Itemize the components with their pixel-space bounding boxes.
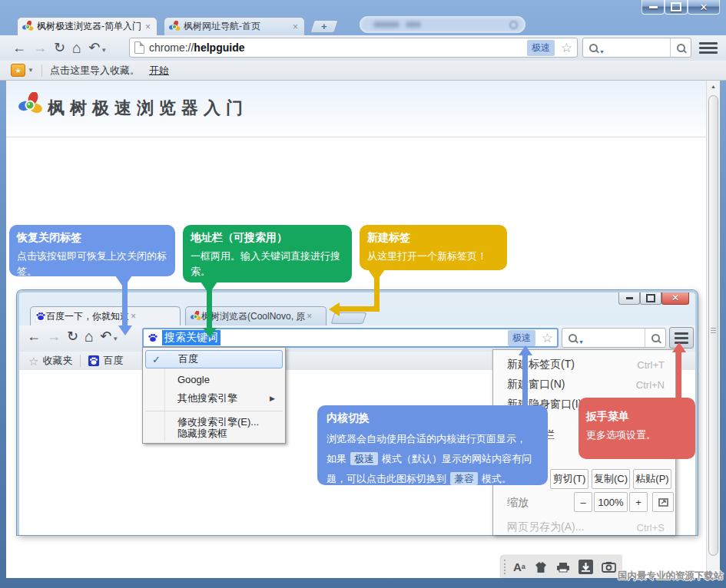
menu-item-hide-searchbox[interactable]: 隐藏搜索框 [145, 424, 283, 443]
restore-tab-button[interactable]: ↶▼ [100, 329, 118, 344]
forward-button[interactable]: → [47, 329, 61, 343]
scrollbar-grip [711, 326, 716, 335]
minimize-button[interactable] [618, 292, 640, 305]
fullscreen-button[interactable] [652, 492, 674, 512]
refresh-button[interactable]: ↻ [67, 329, 78, 343]
plus-icon: + [321, 21, 327, 32]
scroll-up-icon[interactable]: ▲ [707, 80, 720, 92]
watermark-text: 国内最专业的资源下载站！ [618, 570, 726, 583]
menu-separator [145, 411, 283, 411]
menu-item-google[interactable]: Google [145, 370, 283, 388]
theme-button[interactable] [534, 561, 548, 573]
print-button[interactable] [556, 561, 570, 573]
back-button[interactable]: ← [27, 329, 41, 343]
tab-close-icon[interactable]: × [305, 312, 313, 321]
refresh-button[interactable]: ↻ [54, 41, 65, 55]
paste-button[interactable]: 粘贴(P) [633, 469, 671, 489]
minimize-icon [649, 6, 658, 8]
undo-icon: ↶ [100, 329, 111, 344]
screenshot-button[interactable] [602, 561, 616, 573]
search-box[interactable]: ▼ [562, 328, 666, 348]
cut-button[interactable]: 剪切(T) [550, 469, 588, 489]
menu-item-save-page[interactable]: 网页另存为(A)... Ctrl+S [493, 517, 675, 537]
page-header: 枫树极速浏览器入门 [6, 80, 720, 137]
search-go-button[interactable] [645, 329, 665, 347]
callout-wrench-menu: 扳手菜单 更多选项设置。 [578, 398, 695, 459]
shirt-icon [534, 561, 548, 573]
close-button[interactable]: ✕ [661, 292, 689, 305]
menu-item-new-tab[interactable]: 新建标签页(T) Ctrl+T [493, 355, 675, 375]
menu-item-baidu[interactable]: ✓ 百度 [145, 350, 283, 368]
address-bar[interactable]: chrome://helpguide 极速 ☆ [129, 38, 578, 58]
search-box[interactable]: ▼ [582, 38, 691, 58]
kernel-mode-badge[interactable]: 极速 [527, 40, 555, 56]
home-button[interactable]: ⌂ [85, 329, 94, 344]
page-icon [134, 41, 144, 54]
menu-item-new-window[interactable]: 新建窗口(N) Ctrl+N [493, 375, 675, 395]
tab-title: 枫树浏览器(CoolNovo, 原 [201, 310, 305, 323]
drag-handle[interactable] [504, 560, 509, 574]
zoom-in-button[interactable]: + [629, 492, 648, 512]
tab-navigation-home[interactable]: 枫树网址导航-首页 × [164, 17, 305, 35]
star-icon: ☆ [28, 355, 38, 367]
menu-shortcut: Ctrl+N [636, 379, 665, 391]
camera-icon [602, 561, 616, 573]
maximize-button[interactable] [665, 0, 688, 15]
back-button[interactable]: ← [12, 41, 26, 55]
font-size-button[interactable]: Aa [513, 561, 525, 573]
chevron-down-icon: ▼ [599, 49, 605, 55]
bookmark-star-icon[interactable]: ☆ [542, 332, 553, 345]
tab-close-icon[interactable]: × [144, 22, 152, 31]
import-bookmarks-icon[interactable]: ★ [11, 64, 25, 77]
undo-icon: ↶ [88, 40, 100, 55]
callout-body: 从这里打开一个新标签页！ [367, 249, 499, 264]
scrollbar-thumb[interactable] [708, 95, 718, 556]
tab-title: 百度一下，你就知道 [46, 310, 129, 323]
maple-logo-icon [22, 21, 34, 32]
minimize-button[interactable] [641, 0, 665, 15]
new-tab-button[interactable]: + [310, 20, 339, 33]
maple-logo-icon [169, 21, 181, 32]
callout-title: 新建标签 [367, 231, 499, 245]
start-link[interactable]: 开始 [149, 64, 169, 78]
maximize-icon [671, 2, 681, 12]
callout-line: 题，可以点击此图标切换到兼容模式。 [327, 469, 539, 489]
scrollbar[interactable]: ▲ [706, 80, 720, 578]
callout-restore-tab: 恢复关闭标签 点击该按钮即可恢复上次关闭的标签。 [9, 225, 175, 276]
zoom-out-button[interactable]: – [574, 492, 592, 512]
printer-icon [556, 561, 570, 573]
home-button[interactable]: ⌂ [72, 40, 81, 55]
tab-close-icon[interactable]: × [291, 22, 300, 31]
callout-title: 恢复关闭标签 [17, 231, 167, 245]
callout-body: 更多选项设置。 [586, 428, 688, 443]
zoom-label: 缩放 [507, 496, 529, 510]
callout-title: 地址栏（可搜索用） [191, 231, 344, 245]
bookmark-baidu[interactable]: 百度 [103, 354, 123, 368]
copy-button[interactable]: 复制(C) [592, 469, 630, 489]
chevron-down-icon: ▼ [578, 339, 584, 345]
zoom-value: 100% [594, 492, 628, 512]
maple-logo-icon [18, 92, 43, 120]
chevron-down-icon: ▼ [101, 47, 107, 54]
url-text: chrome://helpguide [149, 41, 244, 54]
menu-item-other-engines[interactable]: 其他搜索引擎 ▶ [145, 389, 283, 408]
search-go-button[interactable] [670, 38, 691, 57]
forward-button[interactable]: → [33, 41, 47, 55]
close-button[interactable]: ✕ [688, 0, 720, 15]
chevron-down-icon[interactable]: ▼ [28, 67, 34, 74]
tab-close-icon[interactable]: × [129, 312, 138, 321]
restore-tab-button[interactable]: ↶▼ [88, 41, 107, 55]
menu-item-label: 新建窗口(N) [507, 378, 565, 391]
bookmark-star-icon[interactable]: ☆ [561, 41, 572, 55]
tab-helpguide[interactable]: 枫树极速浏览器-简单入门 × [17, 17, 157, 35]
compat-mode-badge: 兼容 [450, 472, 478, 485]
menu-button[interactable] [699, 39, 718, 56]
menu-item-label: Google [177, 374, 210, 385]
maximize-button[interactable] [640, 292, 661, 305]
kernel-mode-badge[interactable]: 极速 [508, 330, 535, 346]
baidu-paw-icon[interactable] [148, 332, 158, 343]
favorites-button[interactable]: 收藏夹 [42, 354, 72, 368]
tab-baidu[interactable]: 百度一下，你就知道 × [30, 306, 181, 325]
search-icon [589, 44, 598, 52]
download-button[interactable] [578, 560, 593, 574]
